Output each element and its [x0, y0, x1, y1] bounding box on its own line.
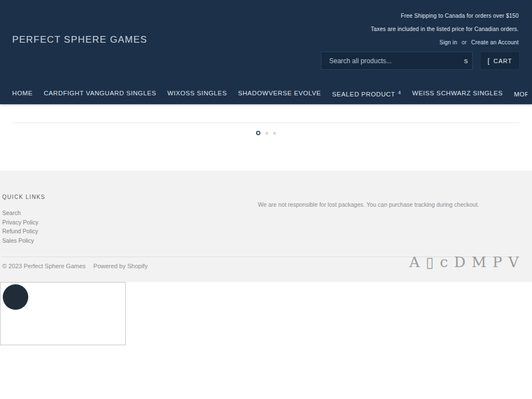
carousel-dot-3[interactable] [273, 132, 276, 135]
nav-item-label: MORE [514, 91, 528, 98]
search-input[interactable] [321, 52, 472, 69]
footer-link-privacy-policy[interactable]: Privacy Policy [2, 218, 38, 227]
nav-item-label: SEALED PRODUCT [332, 91, 395, 98]
footer-link-sales-policy[interactable]: Sales Policy [2, 236, 38, 245]
nav-item-sealed-product[interactable]: SEALED PRODUCT4 [332, 90, 401, 98]
carousel-dot-2[interactable] [265, 132, 268, 135]
cart-label: CART [493, 58, 512, 64]
payment-icon-mastercard: M [472, 254, 487, 270]
search-icon: s [464, 57, 468, 65]
footer-links: Search Privacy Policy Refund Policy Sale… [2, 208, 38, 245]
shipping-note: Free Shipping to Canada for orders over … [371, 9, 519, 23]
carousel-dot-1[interactable] [256, 131, 260, 135]
payment-icon-visa: V [508, 254, 519, 270]
nav-item-home[interactable]: HOME [12, 90, 33, 98]
shipping-disclaimer: We are not responsible for lost packages… [249, 201, 488, 208]
nav-item-more[interactable]: MORE4 [514, 90, 528, 98]
section-divider [12, 122, 520, 123]
payment-icon-amex: A [410, 254, 420, 270]
or-text: or [462, 39, 467, 45]
tax-note: Taxes are included in the listed price f… [371, 23, 519, 36]
site-footer: QUICK LINKS Search Privacy Policy Refund… [0, 171, 532, 282]
nav-item-shadowverse-evolve[interactable]: SHADOWVERSE EVOLVE [238, 90, 321, 98]
payment-icon-unknown: ▯ [426, 254, 433, 270]
search-row: s [ CART [0, 52, 532, 70]
quick-links-title: QUICK LINKS [2, 194, 45, 200]
store-logo[interactable]: PERFECT SPHERE GAMES [12, 34, 147, 45]
search-submit-button[interactable]: s [464, 52, 468, 69]
topbar: Free Shipping to Canada for orders over … [371, 9, 519, 49]
sign-in-link[interactable]: Sign in [439, 39, 457, 45]
copyright-text: © 2023 Perfect Sphere Games [2, 263, 86, 269]
carousel-dots [0, 131, 532, 135]
nav-item-weiss-schwarz-singles[interactable]: WEISS SCHWARZ SINGLES [412, 90, 503, 98]
create-account-link[interactable]: Create an Account [471, 39, 519, 45]
footer-link-refund-policy[interactable]: Refund Policy [2, 227, 38, 236]
bottom-left-widget [0, 282, 126, 345]
payment-icons: A ▯ c D M P V [410, 254, 519, 270]
account-links: Sign in or Create an Account [371, 36, 519, 49]
payment-icon-discover: D [454, 254, 466, 270]
payment-icon-c: c [440, 254, 448, 270]
chevron-down-icon: 4 [398, 90, 401, 95]
search-box: s [321, 52, 473, 70]
nav-item-wixoss-singles[interactable]: WIXOSS SINGLES [167, 90, 227, 98]
main-nav: HOME CARDFIGHT VANGUARD SINGLES WIXOSS S… [12, 90, 528, 98]
powered-by-shopify-link[interactable]: Powered by Shopify [94, 263, 148, 269]
site-header: Free Shipping to Canada for orders over … [0, 0, 532, 104]
footer-bottom-row: © 2023 Perfect Sphere Games Powered by S… [2, 263, 147, 269]
nav-item-cardfight-vanguard-singles[interactable]: CARDFIGHT VANGUARD SINGLES [44, 90, 156, 98]
cart-icon: [ [488, 57, 490, 65]
payment-icon-paypal: P [493, 254, 503, 270]
slideshow-section [0, 104, 532, 171]
bottom-area [0, 282, 532, 399]
widget-circle[interactable] [3, 284, 28, 310]
footer-link-search[interactable]: Search [2, 208, 38, 218]
cart-button[interactable]: [ CART [480, 52, 520, 70]
